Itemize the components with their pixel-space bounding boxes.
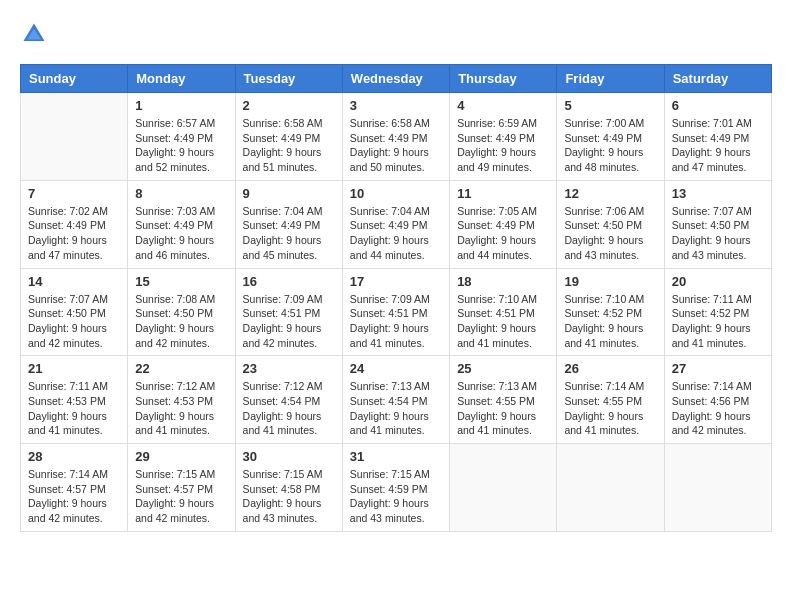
calendar-cell: 5Sunrise: 7:00 AMSunset: 4:49 PMDaylight… — [557, 93, 664, 181]
day-info: Sunrise: 7:00 AMSunset: 4:49 PMDaylight:… — [564, 116, 656, 175]
logo — [20, 20, 52, 48]
calendar-cell: 1Sunrise: 6:57 AMSunset: 4:49 PMDaylight… — [128, 93, 235, 181]
calendar-table: SundayMondayTuesdayWednesdayThursdayFrid… — [20, 64, 772, 532]
day-info: Sunrise: 7:08 AMSunset: 4:50 PMDaylight:… — [135, 292, 227, 351]
day-info: Sunrise: 7:07 AMSunset: 4:50 PMDaylight:… — [672, 204, 764, 263]
day-number: 3 — [350, 98, 442, 113]
day-number: 10 — [350, 186, 442, 201]
calendar-cell: 29Sunrise: 7:15 AMSunset: 4:57 PMDayligh… — [128, 444, 235, 532]
day-info: Sunrise: 7:01 AMSunset: 4:49 PMDaylight:… — [672, 116, 764, 175]
day-info: Sunrise: 7:03 AMSunset: 4:49 PMDaylight:… — [135, 204, 227, 263]
day-number: 26 — [564, 361, 656, 376]
calendar-cell: 11Sunrise: 7:05 AMSunset: 4:49 PMDayligh… — [450, 180, 557, 268]
calendar-cell: 23Sunrise: 7:12 AMSunset: 4:54 PMDayligh… — [235, 356, 342, 444]
day-number: 23 — [243, 361, 335, 376]
calendar-cell — [557, 444, 664, 532]
day-number: 17 — [350, 274, 442, 289]
day-number: 24 — [350, 361, 442, 376]
day-number: 27 — [672, 361, 764, 376]
day-info: Sunrise: 7:15 AMSunset: 4:58 PMDaylight:… — [243, 467, 335, 526]
day-number: 1 — [135, 98, 227, 113]
day-number: 28 — [28, 449, 120, 464]
day-number: 21 — [28, 361, 120, 376]
day-number: 22 — [135, 361, 227, 376]
calendar-cell: 8Sunrise: 7:03 AMSunset: 4:49 PMDaylight… — [128, 180, 235, 268]
calendar-cell — [21, 93, 128, 181]
weekday-header: Monday — [128, 65, 235, 93]
day-number: 18 — [457, 274, 549, 289]
weekday-header: Thursday — [450, 65, 557, 93]
day-number: 9 — [243, 186, 335, 201]
logo-icon — [20, 20, 48, 48]
day-info: Sunrise: 7:13 AMSunset: 4:54 PMDaylight:… — [350, 379, 442, 438]
calendar-cell: 4Sunrise: 6:59 AMSunset: 4:49 PMDaylight… — [450, 93, 557, 181]
calendar-cell: 31Sunrise: 7:15 AMSunset: 4:59 PMDayligh… — [342, 444, 449, 532]
day-number: 11 — [457, 186, 549, 201]
day-number: 6 — [672, 98, 764, 113]
calendar-cell: 7Sunrise: 7:02 AMSunset: 4:49 PMDaylight… — [21, 180, 128, 268]
calendar-cell: 12Sunrise: 7:06 AMSunset: 4:50 PMDayligh… — [557, 180, 664, 268]
day-info: Sunrise: 7:02 AMSunset: 4:49 PMDaylight:… — [28, 204, 120, 263]
calendar-week-row: 1Sunrise: 6:57 AMSunset: 4:49 PMDaylight… — [21, 93, 772, 181]
day-info: Sunrise: 7:05 AMSunset: 4:49 PMDaylight:… — [457, 204, 549, 263]
page-header — [20, 20, 772, 48]
weekday-header: Saturday — [664, 65, 771, 93]
calendar-cell: 6Sunrise: 7:01 AMSunset: 4:49 PMDaylight… — [664, 93, 771, 181]
calendar-cell: 14Sunrise: 7:07 AMSunset: 4:50 PMDayligh… — [21, 268, 128, 356]
day-info: Sunrise: 7:11 AMSunset: 4:53 PMDaylight:… — [28, 379, 120, 438]
day-info: Sunrise: 7:11 AMSunset: 4:52 PMDaylight:… — [672, 292, 764, 351]
day-info: Sunrise: 6:58 AMSunset: 4:49 PMDaylight:… — [350, 116, 442, 175]
day-number: 7 — [28, 186, 120, 201]
calendar-cell: 26Sunrise: 7:14 AMSunset: 4:55 PMDayligh… — [557, 356, 664, 444]
day-number: 15 — [135, 274, 227, 289]
calendar-cell: 25Sunrise: 7:13 AMSunset: 4:55 PMDayligh… — [450, 356, 557, 444]
day-info: Sunrise: 6:58 AMSunset: 4:49 PMDaylight:… — [243, 116, 335, 175]
day-number: 2 — [243, 98, 335, 113]
calendar-cell: 30Sunrise: 7:15 AMSunset: 4:58 PMDayligh… — [235, 444, 342, 532]
day-info: Sunrise: 7:14 AMSunset: 4:57 PMDaylight:… — [28, 467, 120, 526]
calendar-week-row: 7Sunrise: 7:02 AMSunset: 4:49 PMDaylight… — [21, 180, 772, 268]
day-info: Sunrise: 6:59 AMSunset: 4:49 PMDaylight:… — [457, 116, 549, 175]
day-number: 12 — [564, 186, 656, 201]
day-info: Sunrise: 7:10 AMSunset: 4:51 PMDaylight:… — [457, 292, 549, 351]
calendar-week-row: 21Sunrise: 7:11 AMSunset: 4:53 PMDayligh… — [21, 356, 772, 444]
day-info: Sunrise: 7:12 AMSunset: 4:54 PMDaylight:… — [243, 379, 335, 438]
calendar-header-row: SundayMondayTuesdayWednesdayThursdayFrid… — [21, 65, 772, 93]
day-number: 14 — [28, 274, 120, 289]
day-info: Sunrise: 7:09 AMSunset: 4:51 PMDaylight:… — [243, 292, 335, 351]
day-info: Sunrise: 7:13 AMSunset: 4:55 PMDaylight:… — [457, 379, 549, 438]
day-number: 31 — [350, 449, 442, 464]
calendar-cell: 20Sunrise: 7:11 AMSunset: 4:52 PMDayligh… — [664, 268, 771, 356]
day-info: Sunrise: 6:57 AMSunset: 4:49 PMDaylight:… — [135, 116, 227, 175]
calendar-cell: 2Sunrise: 6:58 AMSunset: 4:49 PMDaylight… — [235, 93, 342, 181]
calendar-cell: 15Sunrise: 7:08 AMSunset: 4:50 PMDayligh… — [128, 268, 235, 356]
day-info: Sunrise: 7:07 AMSunset: 4:50 PMDaylight:… — [28, 292, 120, 351]
calendar-cell: 22Sunrise: 7:12 AMSunset: 4:53 PMDayligh… — [128, 356, 235, 444]
day-info: Sunrise: 7:06 AMSunset: 4:50 PMDaylight:… — [564, 204, 656, 263]
day-info: Sunrise: 7:04 AMSunset: 4:49 PMDaylight:… — [243, 204, 335, 263]
calendar-cell: 27Sunrise: 7:14 AMSunset: 4:56 PMDayligh… — [664, 356, 771, 444]
calendar-week-row: 14Sunrise: 7:07 AMSunset: 4:50 PMDayligh… — [21, 268, 772, 356]
day-number: 29 — [135, 449, 227, 464]
calendar-cell: 13Sunrise: 7:07 AMSunset: 4:50 PMDayligh… — [664, 180, 771, 268]
day-number: 5 — [564, 98, 656, 113]
day-info: Sunrise: 7:14 AMSunset: 4:56 PMDaylight:… — [672, 379, 764, 438]
weekday-header: Friday — [557, 65, 664, 93]
day-info: Sunrise: 7:10 AMSunset: 4:52 PMDaylight:… — [564, 292, 656, 351]
weekday-header: Tuesday — [235, 65, 342, 93]
calendar-cell: 28Sunrise: 7:14 AMSunset: 4:57 PMDayligh… — [21, 444, 128, 532]
weekday-header: Wednesday — [342, 65, 449, 93]
calendar-week-row: 28Sunrise: 7:14 AMSunset: 4:57 PMDayligh… — [21, 444, 772, 532]
weekday-header: Sunday — [21, 65, 128, 93]
day-number: 19 — [564, 274, 656, 289]
calendar-cell: 18Sunrise: 7:10 AMSunset: 4:51 PMDayligh… — [450, 268, 557, 356]
day-info: Sunrise: 7:15 AMSunset: 4:59 PMDaylight:… — [350, 467, 442, 526]
calendar-cell: 10Sunrise: 7:04 AMSunset: 4:49 PMDayligh… — [342, 180, 449, 268]
day-info: Sunrise: 7:12 AMSunset: 4:53 PMDaylight:… — [135, 379, 227, 438]
day-number: 16 — [243, 274, 335, 289]
day-number: 8 — [135, 186, 227, 201]
calendar-cell: 24Sunrise: 7:13 AMSunset: 4:54 PMDayligh… — [342, 356, 449, 444]
calendar-cell: 9Sunrise: 7:04 AMSunset: 4:49 PMDaylight… — [235, 180, 342, 268]
day-number: 13 — [672, 186, 764, 201]
calendar-cell: 16Sunrise: 7:09 AMSunset: 4:51 PMDayligh… — [235, 268, 342, 356]
